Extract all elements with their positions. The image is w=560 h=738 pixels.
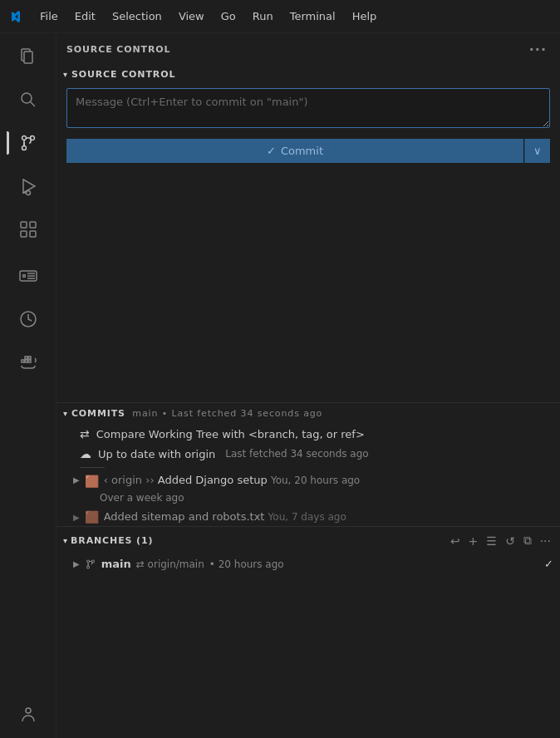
branch-list-button[interactable]: ☰ (484, 533, 499, 549)
commit-message-input[interactable] (66, 88, 550, 128)
svg-rect-1 (24, 52, 32, 63)
chevron-down-icon: ▾ (63, 70, 68, 79)
branch-item-main[interactable]: ▶ main ⇄ origin/main • 20 hours ago ✓ (56, 554, 560, 573)
expand-chevron-icon: ▶ (73, 475, 80, 485)
activity-remote[interactable] (8, 256, 48, 296)
svg-rect-24 (28, 357, 31, 359)
activity-accounts[interactable] (8, 695, 48, 735)
expand-chevron-icon: ▶ (73, 559, 80, 568)
menu-go[interactable]: Go (214, 7, 243, 26)
menu-terminal[interactable]: Terminal (283, 7, 342, 26)
commit-content-0: ‹ origin ›› Added Django setup You, 20 h… (104, 474, 553, 486)
branch-more-button[interactable]: ··· (538, 533, 553, 549)
commit-input-area (56, 83, 560, 135)
branches-label: BRANCHES (1) (71, 535, 448, 546)
commit-title-0: ‹ origin ›› Added Django setup You, 20 h… (104, 474, 361, 486)
svg-line-3 (30, 102, 35, 107)
up-to-date-label: Up to date with origin (98, 448, 215, 460)
branch-checkout-button[interactable]: ↩ (448, 533, 463, 549)
cloud-icon: ☁ (80, 447, 91, 460)
expand-chevron-icon-1: ▶ (73, 513, 80, 522)
svg-point-25 (26, 708, 31, 713)
branch-remote-icon: ⇄ origin/main (136, 558, 204, 570)
chevron-down-icon: ∨ (533, 145, 542, 157)
commit-avatar-icon-1: 🟫 (85, 510, 99, 524)
commits-section: ▾ COMMITS main • Last fetched 34 seconds… (56, 402, 560, 526)
branches-actions: ↩ + ☰ ↺ ⧉ ··· (448, 532, 553, 549)
separator (80, 467, 105, 468)
menu-selection[interactable]: Selection (106, 7, 169, 26)
branch-refresh-button[interactable]: ↺ (503, 533, 518, 549)
commit-history-item-1[interactable]: ▶ 🟫 Added sitemap and robots.txt You, 7 … (56, 507, 560, 526)
commits-label: COMMITS (71, 408, 125, 419)
svg-rect-22 (28, 360, 31, 362)
svg-rect-11 (30, 222, 36, 228)
commit-avatar-icon: 🟫 (85, 475, 99, 488)
chevron-down-icon: ▾ (63, 536, 67, 545)
commit-dropdown-button[interactable]: ∨ (524, 139, 550, 163)
panel-header: SOURCE CONTROL ··· (56, 33, 560, 66)
compare-icon: ⇄ (80, 427, 90, 440)
commit-title-1: Added sitemap and robots.txt You, 7 days… (104, 510, 346, 523)
checkmark-icon: ✓ (267, 145, 276, 157)
svg-rect-10 (21, 222, 27, 228)
commits-section-header[interactable]: ▾ COMMITS main • Last fetched 34 seconds… (56, 403, 560, 424)
svg-point-4 (22, 136, 26, 140)
menu-run[interactable]: Run (246, 7, 280, 26)
activity-bar (0, 33, 56, 738)
source-control-section-header[interactable]: ▾ SOURCE CONTROL (56, 66, 560, 83)
branches-section: ▾ BRANCHES (1) ↩ + ☰ ↺ ⧉ ··· ▶ (56, 526, 560, 573)
activity-docker[interactable] (8, 342, 48, 382)
commit-meta-1: You, 7 days ago (268, 511, 346, 523)
commit-history-item-0[interactable]: ▶ 🟫 ‹ origin ›› Added Django setup You, … (56, 471, 560, 490)
activity-timeline[interactable] (8, 299, 48, 339)
svg-point-15 (22, 275, 25, 278)
branch-icon (85, 558, 96, 570)
up-to-date-meta: Last fetched 34 seconds ago (225, 448, 368, 460)
sidebar-panel: SOURCE CONTROL ··· ▾ SOURCE CONTROL ✓ Co… (56, 33, 560, 738)
compare-label: Compare Working Tree with <branch, tag, … (96, 428, 365, 440)
branch-name: main (101, 558, 131, 570)
chevron-down-icon: ▾ (63, 409, 68, 418)
compare-working-tree-item[interactable]: ⇄ Compare Working Tree with <branch, tag… (56, 424, 560, 444)
activity-explorer[interactable] (8, 37, 48, 76)
commit-message-0: Added Django setup (158, 474, 268, 486)
branch-meta: • 20 hours ago (209, 558, 284, 570)
origin-tag: ‹ origin ›› (104, 474, 158, 486)
empty-staging-area (56, 170, 560, 402)
svg-rect-23 (25, 357, 27, 359)
menu-help[interactable]: Help (346, 7, 384, 26)
svg-point-8 (26, 191, 30, 195)
branch-add-button[interactable]: + (466, 533, 481, 549)
panel-title: SOURCE CONTROL (66, 44, 170, 55)
svg-rect-12 (30, 231, 36, 237)
menu-file[interactable]: File (33, 7, 65, 26)
up-to-date-row: ☁ Up to date with origin Last fetched 34… (56, 444, 560, 464)
menu-edit[interactable]: Edit (68, 7, 102, 26)
menu-view[interactable]: View (172, 7, 211, 26)
commit-content-1: Added sitemap and robots.txt You, 7 days… (104, 510, 553, 523)
branch-active-checkmark: ✓ (544, 558, 553, 570)
branch-copy-button[interactable]: ⧉ (521, 532, 534, 549)
svg-point-27 (86, 566, 89, 568)
svg-point-2 (22, 93, 32, 103)
activity-run-debug[interactable] (8, 166, 48, 206)
commit-meta-0: You, 20 hours ago (271, 475, 360, 486)
branches-section-header[interactable]: ▾ BRANCHES (1) ↩ + ☰ ↺ ⧉ ··· (56, 527, 560, 554)
svg-point-26 (86, 560, 89, 563)
svg-rect-13 (21, 231, 27, 237)
activity-extensions[interactable] (8, 209, 48, 249)
commit-button[interactable]: ✓ Commit (66, 139, 523, 163)
menu-bar: File Edit Selection View Go Run Terminal… (0, 0, 560, 33)
activity-search[interactable] (8, 80, 48, 120)
commits-branch-info: main • Last fetched 34 seconds ago (129, 408, 322, 419)
over-week-label: Over a week ago (56, 490, 560, 507)
activity-source-control[interactable] (8, 123, 48, 163)
source-control-section-label: SOURCE CONTROL (71, 69, 175, 80)
svg-rect-20 (22, 360, 24, 362)
svg-point-5 (22, 146, 26, 150)
commit-button-area: ✓ Commit ∨ (56, 135, 560, 170)
commit-message-1: Added sitemap and robots.txt (104, 510, 265, 523)
vscode-logo-icon (7, 8, 23, 25)
panel-more-button[interactable]: ··· (526, 40, 550, 59)
